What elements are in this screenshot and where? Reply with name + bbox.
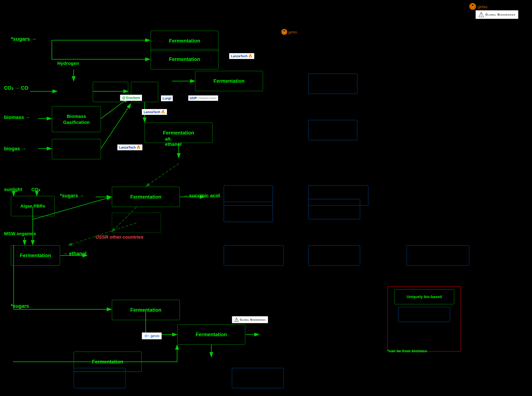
uniquely-blue-box (398, 307, 450, 322)
sugars-label-1: *sugars → (11, 36, 36, 42)
fermentation-final-node: Fermentation (177, 324, 245, 345)
can-be-biomass-label: *can be from biomass (387, 349, 427, 353)
sugars2-label: *sugars → (60, 193, 84, 198)
alt-ethanol-label: alt.ethanol (165, 136, 182, 147)
ussr-label: USSR other countries (96, 234, 143, 240)
blue-box-succ-2 (224, 202, 273, 222)
blue-box-bot-2 (232, 368, 284, 388)
biomass-label: biomass → (4, 115, 30, 120)
fermentation-node-3: Fermentation (195, 71, 263, 91)
lanzatech-logo-3: LanzaTech 🔥 (117, 145, 142, 150)
blue-box-2 (308, 120, 357, 140)
svg-point-36 (284, 30, 285, 32)
globalb-logo-top-right: Global Bioenergies (476, 10, 518, 19)
ethanol-label: → ethanol (63, 251, 86, 256)
co2-co-label: CO₂ → CO (4, 85, 28, 91)
svg-point-40 (145, 336, 146, 336)
blue-box-eth-2 (308, 245, 360, 266)
blue-box-eth-1 (224, 245, 284, 266)
svg-line-20 (146, 163, 179, 186)
uniquely-inner: Uniquely bio-based (394, 289, 454, 304)
globalb-logo-inline: Global Bioenergies (232, 316, 268, 323)
sugars3-label: *sugars (11, 303, 29, 309)
hydrogen-label: Hydrogen (57, 61, 79, 66)
blue-box-eth-3 (406, 245, 469, 266)
geno-logo-top-right: geno. (469, 3, 488, 10)
fermentation-node-1: Fermentation (151, 31, 219, 51)
enerkem-logo: @ Enerkem (120, 95, 142, 101)
fermentation-msw-node: Fermentation (11, 245, 60, 266)
svg-point-32 (472, 5, 473, 6)
lanzatech-logo-1: LanzaTech 🔥 (229, 53, 254, 59)
sunlight-label: sunlight (4, 187, 22, 192)
uop-logo: UOP A Honeywell Company (188, 95, 218, 101)
blue-box-1 (308, 74, 357, 94)
msw-label: MSW organics (4, 231, 36, 236)
co2-algae-label: CO₂ (31, 187, 40, 192)
algae-pbr-node: Algae PBRs (11, 196, 54, 216)
biomass-gasification-node: BiomassGasification (52, 106, 101, 132)
fermentation-node-2: Fermentation (151, 49, 219, 69)
lanzatech-logo-2: LanzaTech 🔥 (142, 109, 167, 115)
biogas-label: biogas → (4, 146, 26, 151)
fermentation-succinic-node: Fermentation (112, 187, 180, 207)
geno-logo-mid: geno. (281, 29, 298, 35)
dashed-box-1 (112, 213, 161, 233)
uniquely-bio-based-box: Uniquely bio-based (387, 286, 461, 352)
gevo-logo: gevo (142, 332, 162, 339)
succinic-label: → succinic acid (183, 193, 220, 198)
fermentation-sugars2-node: Fermentation (112, 300, 180, 320)
svg-line-11 (101, 104, 131, 149)
biogas-box (52, 139, 101, 159)
blue-box-bot-1 (74, 368, 126, 388)
lurgi-logo: Lurgi (161, 95, 173, 101)
blue-box-succ-4 (308, 199, 360, 219)
